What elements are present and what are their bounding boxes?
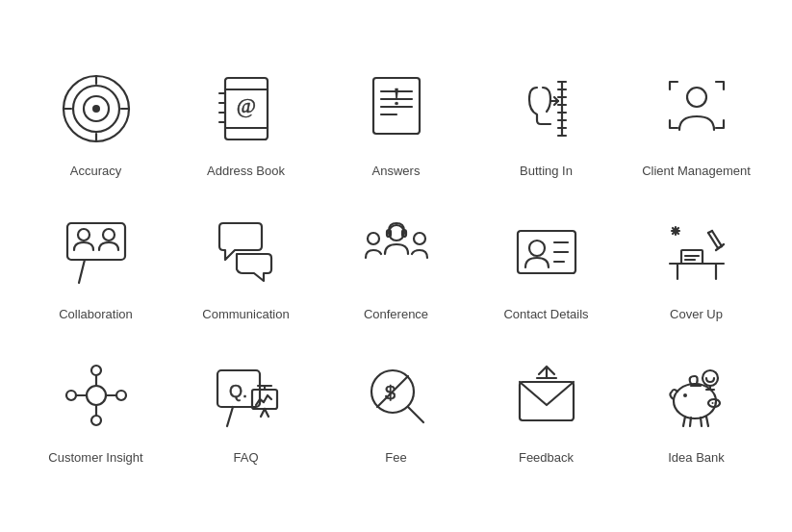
- svg-point-88: [708, 399, 720, 407]
- conference-label: Conference: [364, 307, 428, 323]
- icon-item-feedback[interactable]: Feedback: [472, 342, 622, 476]
- svg-point-43: [529, 241, 545, 256]
- address-book-icon: @: [203, 65, 290, 152]
- address-book-label: Address Book: [207, 164, 285, 180]
- svg-point-64: [91, 416, 101, 425]
- customer-insight-label: Customer Insight: [48, 450, 142, 467]
- cover-up-label: Cover Up: [670, 307, 723, 323]
- svg-point-32: [687, 88, 706, 107]
- answers-label: Answers: [372, 164, 421, 180]
- svg-line-95: [683, 417, 685, 426]
- answers-icon: !: [353, 65, 440, 152]
- faq-icon: Q.: [203, 352, 290, 439]
- svg-text:!: !: [392, 83, 400, 111]
- client-management-label: Client Management: [642, 164, 751, 180]
- svg-point-90: [714, 402, 716, 404]
- conference-icon: [353, 209, 440, 295]
- svg-point-39: [414, 233, 425, 244]
- svg-point-36: [103, 229, 115, 241]
- svg-line-80: [408, 407, 423, 422]
- svg-line-53: [708, 231, 712, 233]
- svg-point-62: [87, 386, 106, 405]
- icon-item-faq[interactable]: Q. FAQ: [171, 342, 321, 476]
- svg-text:Q.: Q.: [229, 382, 247, 401]
- svg-point-38: [368, 233, 379, 244]
- icon-grid: Accuracy @ Address Book: [2, 46, 791, 486]
- svg-point-87: [683, 393, 687, 397]
- svg-point-66: [116, 391, 126, 400]
- icon-item-cover-up[interactable]: Cover Up: [622, 199, 772, 333]
- svg-point-3: [92, 105, 100, 113]
- fee-label: Fee: [385, 450, 406, 467]
- svg-line-34: [79, 260, 85, 283]
- feedback-icon: [503, 352, 590, 439]
- collaboration-icon: [53, 209, 140, 295]
- svg-line-98: [706, 417, 708, 426]
- customer-insight-icon: [53, 352, 140, 439]
- svg-line-52: [712, 231, 722, 246]
- icon-item-communication[interactable]: Communication: [171, 199, 321, 333]
- icon-item-accuracy[interactable]: Accuracy: [21, 56, 171, 190]
- svg-line-72: [227, 407, 233, 426]
- svg-point-63: [91, 366, 101, 375]
- svg-rect-33: [67, 223, 125, 260]
- svg-text:@: @: [236, 93, 255, 117]
- svg-point-65: [66, 391, 76, 400]
- svg-point-92: [703, 370, 718, 386]
- accuracy-label: Accuracy: [70, 164, 121, 180]
- svg-line-51: [708, 233, 718, 248]
- accuracy-icon: [53, 65, 140, 152]
- butting-in-icon: [503, 65, 590, 152]
- client-management-icon: [653, 65, 740, 152]
- icon-item-customer-insight[interactable]: Customer Insight: [21, 342, 171, 476]
- svg-line-96: [690, 418, 691, 426]
- contact-details-label: Contact Details: [503, 307, 588, 323]
- svg-line-78: [265, 409, 268, 417]
- svg-point-35: [78, 229, 89, 241]
- idea-bank-label: Idea Bank: [668, 450, 725, 467]
- icon-item-idea-bank[interactable]: Idea Bank: [622, 342, 772, 476]
- svg-point-89: [711, 402, 713, 404]
- cover-up-icon: [653, 209, 740, 295]
- icon-item-fee[interactable]: $ Fee: [321, 342, 472, 476]
- contact-details-icon: [503, 209, 590, 295]
- fee-icon: $: [353, 352, 440, 439]
- icon-item-answers[interactable]: ! Answers: [321, 56, 472, 190]
- communication-label: Communication: [202, 307, 289, 323]
- communication-icon: [203, 209, 290, 295]
- collaboration-label: Collaboration: [59, 307, 133, 323]
- idea-bank-icon: [653, 352, 740, 439]
- icon-item-contact-details[interactable]: Contact Details: [472, 199, 622, 333]
- icon-item-conference[interactable]: Conference: [321, 199, 472, 333]
- icon-item-collaboration[interactable]: Collaboration: [21, 199, 171, 333]
- feedback-label: Feedback: [519, 450, 574, 467]
- svg-line-97: [701, 418, 702, 426]
- icon-item-address-book[interactable]: @ Address Book: [171, 56, 321, 190]
- icon-item-butting-in[interactable]: Butting In: [472, 56, 622, 190]
- butting-in-label: Butting In: [520, 164, 573, 180]
- faq-label: FAQ: [233, 450, 258, 467]
- icon-item-client-management[interactable]: Client Management: [622, 56, 772, 190]
